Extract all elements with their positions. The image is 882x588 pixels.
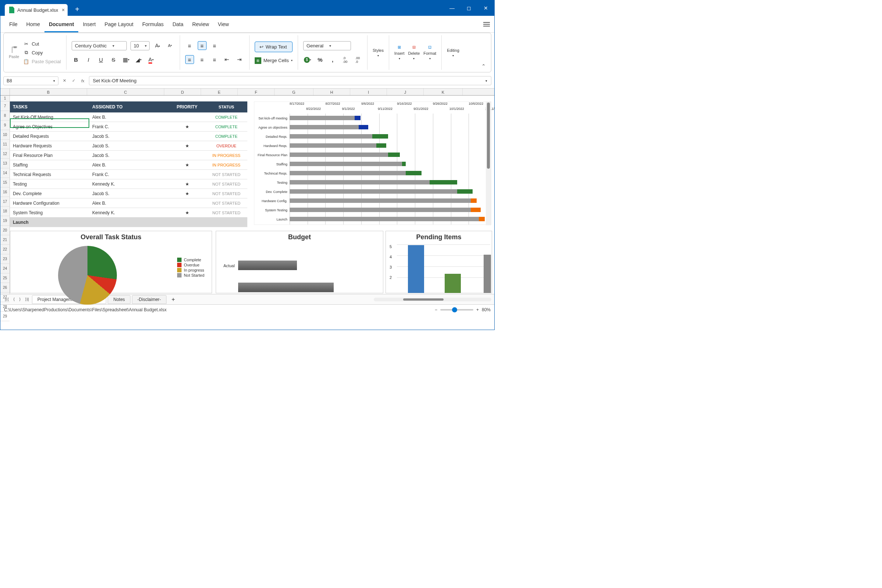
row-header[interactable]: 8 <box>0 111 9 120</box>
tab-close-icon[interactable]: × <box>62 7 64 13</box>
fill-color-button[interactable]: ◢▾ <box>134 56 143 64</box>
table-row[interactable]: Agree on ObjectivesFrank C.★COMPLETE <box>10 122 248 132</box>
table-row[interactable]: Technical RequestsFrank C.NOT STARTED <box>10 170 248 179</box>
merge-cells-button[interactable]: ⊞Merge Cells▾ <box>255 57 292 64</box>
paste-button[interactable]: Paste <box>9 46 19 59</box>
next-sheet-button[interactable]: ⟩ <box>18 297 22 302</box>
accept-formula-icon[interactable]: ✓ <box>70 78 77 83</box>
cut-button[interactable]: ✂Cut <box>23 40 61 47</box>
paste-special-button[interactable]: 📋Paste Special <box>23 58 61 64</box>
cells-area[interactable]: TASKS ASSIGNED TO PRIORITY STATUS Set Ki… <box>10 96 494 294</box>
maximize-button[interactable]: ◻ <box>460 0 477 16</box>
minimize-button[interactable]: — <box>444 0 460 16</box>
collapse-ribbon-button[interactable]: ⌃ <box>482 63 486 69</box>
decrease-decimal-button[interactable]: .00.0 <box>353 56 362 64</box>
copy-button[interactable]: ⧉Copy <box>23 49 61 56</box>
align-bottom-button[interactable]: ≡ <box>210 41 219 50</box>
sheet-tab[interactable]: -Disclaimer- <box>132 295 166 304</box>
col-header[interactable]: F <box>238 88 274 95</box>
row-header[interactable]: 25 <box>0 273 9 283</box>
scrollbar-thumb[interactable] <box>403 298 444 301</box>
fx-icon[interactable]: fx <box>80 79 86 83</box>
decrease-indent-button[interactable]: ⇤ <box>223 55 231 64</box>
row-header[interactable]: 19 <box>0 216 9 226</box>
table-row[interactable]: StaffingAlex B.★IN PROGRESS <box>10 160 248 170</box>
menu-page-layout[interactable]: Page Layout <box>100 21 138 27</box>
row-header[interactable]: 26 <box>0 283 9 292</box>
col-header[interactable]: B <box>10 88 87 95</box>
editing-button[interactable]: Editing▾ <box>447 48 459 57</box>
align-center-button[interactable]: ≡ <box>198 55 207 64</box>
align-middle-button[interactable]: ≡ <box>198 41 207 50</box>
table-row-launch[interactable]: Launch <box>10 218 248 227</box>
font-color-button[interactable]: A▾ <box>147 56 156 64</box>
row-header[interactable]: 11 <box>0 140 9 149</box>
col-header[interactable]: J <box>387 88 424 95</box>
increase-decimal-button[interactable]: .0.00 <box>340 56 350 64</box>
row-header[interactable]: 9 <box>0 120 9 130</box>
percent-button[interactable]: % <box>316 56 324 64</box>
table-row[interactable]: Final Resource PlanJacob S.IN PROGRESS <box>10 151 248 160</box>
menu-home[interactable]: Home <box>22 21 45 27</box>
font-size-select[interactable]: 10▾ <box>130 41 150 50</box>
col-header[interactable]: D <box>164 88 201 95</box>
row-header[interactable]: 21 <box>0 235 9 245</box>
delete-button[interactable]: ⊟Delete▾ <box>408 45 420 60</box>
table-row[interactable]: Detailed RequestsJacob S.COMPLETE <box>10 132 248 141</box>
row-header[interactable]: 10 <box>0 130 9 140</box>
row-header[interactable]: 29 <box>0 312 9 321</box>
prev-sheet-button[interactable]: ⟨ <box>12 297 16 302</box>
strikethrough-button[interactable]: S <box>109 56 118 64</box>
row-header[interactable]: 16 <box>0 188 9 197</box>
number-format-select[interactable]: General▾ <box>303 41 351 50</box>
col-header[interactable]: G <box>274 88 314 95</box>
row-header[interactable]: 7 <box>0 101 9 111</box>
vertical-scrollbar[interactable] <box>486 102 491 225</box>
row-header[interactable]: 14 <box>0 168 9 178</box>
scrollbar-thumb[interactable] <box>487 102 490 169</box>
first-sheet-button[interactable]: |⟨⟨ <box>3 297 10 302</box>
align-left-button[interactable]: ≡ <box>185 55 194 64</box>
table-row[interactable]: Set Kick-Off MeetingAlex B.COMPLETE <box>10 112 248 122</box>
budget-chart[interactable]: Budget Actual <box>216 231 383 293</box>
align-right-button[interactable]: ≡ <box>210 55 219 64</box>
new-tab-button[interactable]: + <box>75 5 80 14</box>
menu-view[interactable]: View <box>213 21 233 27</box>
row-header[interactable]: 24 <box>0 264 9 273</box>
last-sheet-button[interactable]: ⟩⟩| <box>24 297 30 302</box>
currency-button[interactable]: $▾ <box>303 56 312 64</box>
menu-insert[interactable]: Insert <box>78 21 100 27</box>
row-header[interactable]: 17 <box>0 197 9 207</box>
insert-button[interactable]: ⊞Insert▾ <box>394 45 405 60</box>
menu-document[interactable]: Document <box>45 21 78 32</box>
menu-data[interactable]: Data <box>168 21 188 27</box>
zoom-in-button[interactable]: + <box>476 307 479 312</box>
italic-button[interactable]: I <box>84 56 93 64</box>
row-header[interactable]: 18 <box>0 207 9 216</box>
increase-font-button[interactable]: A▴ <box>153 41 162 50</box>
borders-button[interactable]: ▦▾ <box>122 56 130 64</box>
document-tab[interactable]: Annual Budget.xlsx × <box>5 4 68 16</box>
row-header[interactable]: 23 <box>0 254 9 264</box>
formula-input[interactable]: Set Kick-Off Meeting▾ <box>89 76 491 85</box>
col-header[interactable]: I <box>350 88 387 95</box>
row-header[interactable]: 13 <box>0 159 9 168</box>
underline-button[interactable]: U <box>97 56 105 64</box>
add-sheet-button[interactable]: + <box>168 296 178 303</box>
row-header[interactable]: 1 <box>0 96 9 101</box>
row-header[interactable]: 15 <box>0 178 9 188</box>
hamburger-icon[interactable] <box>483 22 490 27</box>
close-window-button[interactable]: ✕ <box>477 0 494 16</box>
font-family-select[interactable]: Century Gothic▾ <box>72 41 127 50</box>
cell-reference-input[interactable]: B8▾ <box>3 76 58 85</box>
table-row[interactable]: TestingKennedy K.★NOT STARTED <box>10 179 248 189</box>
col-header[interactable]: E <box>201 88 238 95</box>
select-all-corner[interactable] <box>0 88 10 95</box>
align-top-button[interactable]: ≡ <box>185 41 194 50</box>
table-row[interactable]: Dev. CompleteJacob S.★NOT STARTED <box>10 189 248 198</box>
row-header[interactable]: 20 <box>0 226 9 235</box>
wrap-text-button[interactable]: ↩Wrap Text <box>255 42 292 52</box>
menu-formulas[interactable]: Formulas <box>138 21 168 27</box>
col-header[interactable]: K <box>424 88 463 95</box>
overall-status-chart[interactable]: Overall Task Status Complete Overdue In … <box>10 231 212 293</box>
